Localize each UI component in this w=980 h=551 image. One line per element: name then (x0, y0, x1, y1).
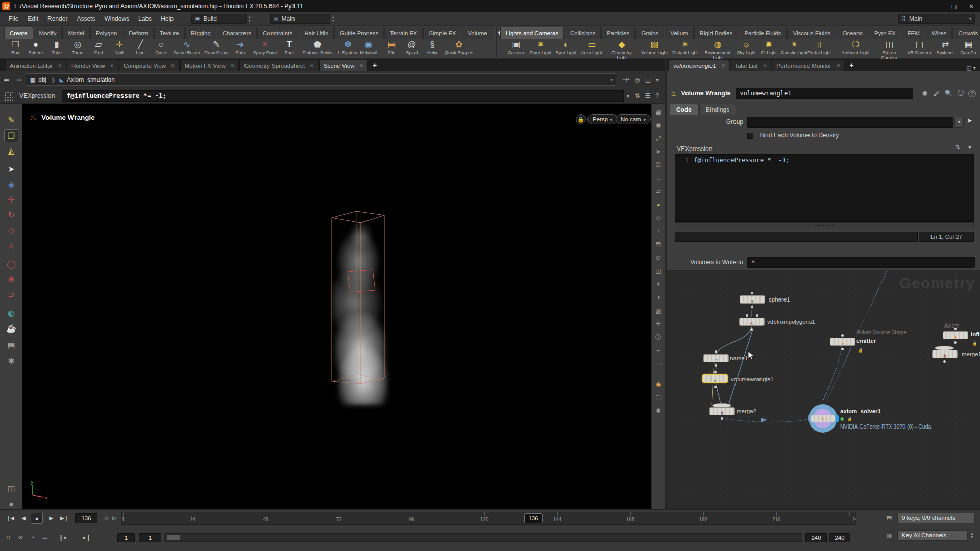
shelf-tool-area-light[interactable]: ▭Area Light (577, 40, 606, 56)
range-bracket-right-icon[interactable]: ▸❙ (82, 532, 92, 542)
desktop-right-combo[interactable]: ⣿ Main ▾ (898, 14, 975, 24)
gear-icon[interactable]: ✱ (919, 89, 930, 97)
slope-mode-icon[interactable]: ⊘ (15, 532, 26, 542)
shelf-tab-constraints[interactable]: Constraints (257, 27, 298, 39)
node-label-volumewrangle1[interactable]: volumewrangle1 (731, 376, 774, 382)
close-icon[interactable]: ✕ (359, 63, 363, 68)
minimize-button[interactable]: — (928, 1, 945, 12)
shelf-tool-point-light[interactable]: ✷Point Light (526, 40, 555, 56)
mirror-icon[interactable]: ◫ (653, 266, 664, 276)
menu-help[interactable]: Help (156, 12, 178, 26)
gear-tool-icon[interactable]: ✱ (4, 355, 18, 368)
shelf-tool-ambient-light[interactable]: ❍Ambient Light (841, 40, 870, 56)
handles-icon[interactable]: ✛ (653, 319, 664, 329)
node-output-dot[interactable] (715, 364, 717, 367)
global-start-field[interactable]: 1 (117, 533, 135, 542)
ghosting-icon[interactable]: ▭ (40, 532, 50, 542)
breadcrumb-obj[interactable]: ▦obj (26, 76, 51, 83)
node-volumewrangle1-selected[interactable]: ✦ (702, 374, 728, 383)
node-input-dot[interactable] (714, 371, 717, 373)
close-icon[interactable]: ✕ (231, 63, 235, 68)
node-output-dot[interactable] (751, 306, 753, 308)
node-label-merge2[interactable]: merge2 (737, 408, 756, 414)
editor-resize-grip[interactable] (675, 222, 974, 229)
volumes-write-input[interactable]: * (747, 257, 975, 268)
solver-node-body[interactable]: ♦ (811, 415, 835, 422)
subtab-bindings[interactable]: Bindings (699, 104, 736, 115)
node-label-vdbfrompolygons1[interactable]: vdbfrompolygons1 (767, 319, 815, 325)
render-region-icon[interactable]: ⬚ (653, 392, 664, 403)
search-icon[interactable]: 🔍 (942, 90, 955, 97)
node-input-dot[interactable] (841, 334, 844, 337)
scene-viewport[interactable]: ♨ Volume Wrangle 🔒 Persp▾ No cam▾ (22, 104, 651, 509)
frame-ruler[interactable]: 1 24 48 72 96 120 144 168 192 216 240 13… (121, 512, 856, 525)
select-tool-icon[interactable]: ➤ (4, 163, 18, 176)
menu-labs[interactable]: Labs (134, 12, 156, 26)
node-vdbfrompolygons1[interactable]: ∿ (739, 318, 765, 326)
wireframe-mode-icon[interactable]: ◇ (653, 213, 664, 223)
global-end-field[interactable]: 240 (829, 533, 850, 542)
primitives-display-icon[interactable]: ▱ (653, 186, 664, 196)
tab-render-view[interactable]: Render View✕ (67, 60, 118, 71)
key-mode-dropdown[interactable]: Key All Channels (897, 530, 968, 541)
shelf-tool-spot-light[interactable]: ◐Spot Light (552, 40, 580, 56)
group-pick-arrow-icon[interactable]: ➤ (967, 117, 972, 124)
paint-bucket-icon[interactable]: ☕ (4, 322, 18, 335)
tab-animation-editor[interactable]: Animation Editor✕ (5, 60, 66, 71)
tab-volumewrangle1[interactable]: volumewrangle1✕ (669, 60, 729, 71)
select-mode-icon[interactable]: ➤ (653, 146, 664, 157)
shelf-tab-rigid-bodies[interactable]: Rigid Bodies (694, 27, 739, 39)
shelf-tab-modify[interactable]: Modify (34, 27, 62, 39)
breadcrumb-network[interactable]: ◣Axiom_simulation (55, 76, 119, 83)
node-input-dot[interactable] (746, 314, 748, 317)
info-icon[interactable]: ⓘ (955, 89, 967, 98)
node-name1[interactable]: ▱ (703, 354, 729, 362)
pivot-tool-icon[interactable]: ⊕ (4, 273, 18, 286)
normals-display-icon[interactable]: ⊥ (653, 226, 664, 236)
tab-motion-fx-view[interactable]: Motion FX View✕ (180, 60, 239, 71)
shelf-tool-distant-light[interactable]: ☀Distant Light (671, 40, 699, 56)
view-orbit-icon[interactable]: ◍ (4, 307, 18, 320)
flipbook-icon[interactable]: ◉ (653, 379, 664, 389)
swap-io-icon[interactable]: ⇅ (632, 92, 642, 99)
menu-render[interactable]: Render (43, 12, 72, 26)
close-icon[interactable]: ✕ (171, 63, 175, 68)
menu-windows[interactable]: Windows (100, 12, 134, 26)
nav-forward-icon[interactable]: ➡ (13, 76, 26, 84)
jump-to-end-button[interactable]: ▶❘ (58, 513, 70, 524)
network-editor-canvas[interactable]: Geometry (667, 270, 980, 509)
key-lock-icon[interactable]: ▥ (884, 530, 894, 540)
shadow-toggle-icon[interactable]: ◑ (653, 292, 664, 303)
node-label-merge1[interactable]: merge1 (962, 351, 980, 357)
range-slider-handle[interactable] (167, 535, 180, 540)
close-icon[interactable]: ✕ (837, 63, 841, 68)
shelf-tab-characters[interactable]: Characters (217, 27, 257, 39)
shelf-tool-stereo-camera[interactable]: ◫Stereo Camera (875, 40, 903, 60)
range-start-field[interactable]: 1 (139, 533, 161, 542)
node-input-dot[interactable] (751, 292, 753, 294)
snapshot-icon[interactable]: ◫ (4, 482, 18, 495)
chevron-down-icon[interactable]: ▾ (624, 92, 632, 99)
shelf-tool-quick-shapes[interactable]: ✿Quick Shapes (444, 40, 474, 56)
shelf-tool-curve-bezier[interactable]: ∿Curve Bezier (172, 40, 202, 56)
node-axiom-solver1[interactable]: ♦ (808, 404, 837, 433)
pane-options-icon[interactable]: ▾ (653, 76, 662, 83)
shelf-tab-pyro-fx[interactable]: Pyro FX (869, 27, 901, 39)
bind-each-volume-checkbox[interactable] (747, 133, 753, 139)
realtime-toggle-icon[interactable]: ◔ (28, 532, 38, 542)
range-dot-icon[interactable]: ∙ (70, 532, 81, 542)
help-icon[interactable]: ? (968, 90, 976, 97)
shelf-tab-polygon[interactable]: Polygon (90, 27, 123, 39)
node-input-dot[interactable] (715, 350, 717, 353)
substep-back-button[interactable]: ◁ (102, 513, 110, 524)
shelf-tab-lights-cameras[interactable]: Lights and Cameras (500, 27, 564, 39)
vex-code-editor[interactable]: 1f@influencePressure *= -1; (675, 154, 974, 222)
pin-icon[interactable]: ⊣• (619, 76, 632, 83)
maximize-button[interactable]: ▢ (945, 1, 963, 12)
tab-geometry-spreadsheet[interactable]: Geometry Spreadsheet✕ (239, 60, 318, 71)
shaded-mode-icon[interactable]: ◕ (653, 199, 664, 210)
shelf-tab-viscous-fluids[interactable]: Viscous Fluids (787, 27, 836, 39)
scene-path-field[interactable]: ▦obj ❯ ◣Axiom_simulation ▾ (26, 73, 617, 86)
node-output-dot[interactable] (721, 417, 723, 420)
secure-selection-icon[interactable]: ⚿ (653, 160, 664, 170)
